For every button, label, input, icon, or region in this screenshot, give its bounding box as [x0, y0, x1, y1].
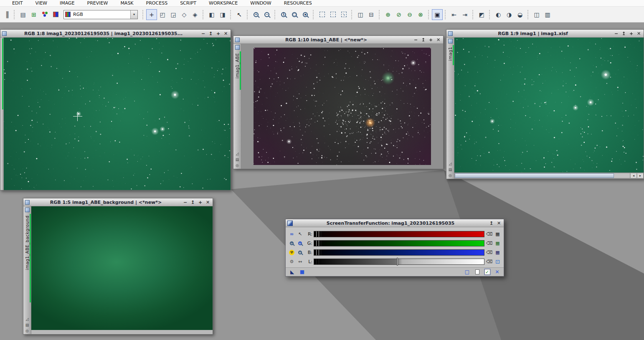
scrollbar-track[interactable] [454, 173, 630, 178]
stf-green-slider[interactable] [314, 240, 484, 246]
dynamic-crop-icon[interactable]: ◨ [217, 9, 228, 20]
menu-item-preview[interactable]: PREVIEW [81, 0, 114, 6]
mask-show-icon[interactable]: ◑ [504, 9, 515, 20]
readout-ring-icon[interactable]: ◎ [25, 329, 29, 333]
new-preview-icon[interactable] [317, 9, 327, 20]
readout-ring-icon[interactable]: ◎ [449, 173, 452, 178]
window-titlebar[interactable]: RGB 1:9 imag1 | imag1.xisf − ↥ + ✕ [446, 30, 644, 38]
dropdown-arrow-icon[interactable]: ▾ [130, 10, 137, 19]
grid-snap-icon[interactable]: ▤ [25, 323, 29, 327]
scroll-left-icon[interactable]: ◂ [630, 173, 637, 178]
zoom-1to1-icon[interactable]: 1 [278, 9, 289, 20]
close-button[interactable]: ✕ [435, 37, 441, 43]
screen-layout-icon[interactable]: ◫ [531, 9, 542, 20]
select-pointer-icon[interactable]: ↖ [234, 9, 245, 20]
image-view[interactable] [31, 206, 213, 334]
split-vertical-icon[interactable]: ⊟ [366, 9, 377, 20]
stf-dialog[interactable]: ScreenTransferFunction: imag1_2023012619… [285, 219, 504, 277]
zoom-in-tool-icon[interactable]: + [288, 240, 295, 247]
pin-button[interactable]: ↥ [488, 220, 494, 226]
menu-item-window[interactable]: WINDOW [244, 0, 277, 6]
zoom-out-tool-icon[interactable]: − [297, 249, 304, 256]
dialog-titlebar[interactable]: ScreenTransferFunction: imag1_2023012619… [286, 219, 504, 227]
window-side-strip[interactable] [0, 38, 4, 190]
starfield-image[interactable] [254, 48, 431, 165]
track-view-icon[interactable]: ■ [299, 269, 306, 276]
stf-auto-icon[interactable]: ⊕ [383, 9, 393, 20]
image-window-imag1-abe[interactable]: RGB 1:10 imag1_ABE | <*new*> − ↥ + ✕ ima… [233, 36, 444, 169]
view-selector-icon[interactable] [2, 31, 7, 36]
zoom-button[interactable]: + [428, 37, 434, 43]
starfield-image[interactable] [454, 38, 644, 173]
stf-link-icon[interactable]: ⊖ [404, 9, 415, 20]
close-button[interactable]: ✕ [223, 30, 229, 37]
readout-ring-icon[interactable]: ◎ [236, 163, 239, 167]
menu-item-workspace[interactable]: WORKSPACE [203, 0, 244, 6]
shade-button[interactable]: ↥ [420, 37, 426, 43]
blue-grid-icon[interactable]: ▦ [494, 249, 501, 256]
zoom-in-limit-icon[interactable]: + [297, 240, 304, 247]
image-view[interactable] [241, 44, 443, 169]
zoom-selection-icon[interactable]: ▪ [300, 9, 311, 20]
stf-lum-slider[interactable] [314, 259, 484, 265]
menu-item-script[interactable]: SCRIPT [174, 0, 203, 6]
clone-stamp-icon[interactable]: ◧ [206, 9, 217, 20]
new-window-icon[interactable]: ⊞ [28, 9, 39, 20]
edit-image-icon[interactable]: ▤ [18, 9, 28, 20]
selection-mode-icon[interactable] [235, 45, 240, 50]
menu-item-view[interactable]: VIEW [29, 0, 53, 6]
iconize-button[interactable]: − [613, 30, 619, 37]
expand-view-icon[interactable]: ◰ [157, 9, 168, 20]
window-side-strip[interactable]: imag1_ABE_background ◿ ▤ ◎ [23, 206, 31, 334]
screen-lut-icon[interactable]: ⊡ [494, 258, 501, 265]
close-button[interactable]: ✕ [205, 199, 211, 206]
range-arrows-icon[interactable]: ↔ [297, 258, 304, 265]
center-view-icon[interactable]: ◈ [190, 9, 200, 20]
clear-red-icon[interactable]: ⌫ [486, 231, 493, 238]
clear-lum-icon[interactable]: ⌫ [486, 258, 493, 265]
delete-preview-icon[interactable]: ↘ [338, 9, 349, 20]
scrollbar-thumb[interactable] [455, 173, 614, 178]
window-titlebar[interactable]: RGB 1:8 imag1_20230126195035 | imag1_202… [0, 30, 231, 38]
toolbar-handle-icon[interactable]: ▐ [1, 9, 12, 20]
shade-button[interactable]: ↥ [208, 30, 214, 37]
image-window-imag1-20230126195035[interactable]: RGB 1:8 imag1_20230126195035 | imag1_202… [0, 29, 231, 190]
mask-invert-icon[interactable]: ◐ [493, 9, 504, 20]
browse-documentation-icon[interactable]: □ [464, 269, 471, 276]
horizontal-scrollbar[interactable]: ◂ ▸ [454, 173, 644, 178]
zoom-button[interactable]: + [197, 199, 203, 206]
close-button[interactable]: ✕ [636, 30, 642, 37]
background-model-image[interactable] [31, 206, 213, 330]
window-titlebar[interactable]: RGB 1:10 imag1_ABE | <*new*> − ↥ + ✕ [233, 36, 443, 44]
shade-button[interactable]: ↥ [190, 199, 196, 206]
fit-zoom-icon[interactable]: ◿ [236, 152, 239, 156]
rgb-channels-icon[interactable] [50, 9, 61, 20]
menu-item-mask[interactable]: MASK [114, 0, 139, 6]
edit-preview-icon[interactable]: · [327, 9, 338, 20]
clear-green-icon[interactable]: ⌫ [486, 240, 493, 247]
zoom-button[interactable]: + [215, 30, 221, 37]
navigation-crosshair-icon[interactable]: + [146, 9, 157, 20]
window-titlebar[interactable]: RGB 1:5 imag1_ABE_background | <*new*> −… [23, 198, 213, 206]
selection-mode-icon[interactable] [448, 39, 453, 43]
edit-pointer-icon[interactable]: ↖ [297, 231, 304, 238]
image-window-imag1-abe-background[interactable]: RGB 1:5 imag1_ABE_background | <*new*> −… [23, 198, 213, 335]
menu-item-process[interactable]: PROCESS [140, 0, 174, 6]
window-side-strip[interactable]: imag1_ABE ◿ ▤ ◎ [233, 44, 241, 169]
stf-red-slider[interactable] [314, 231, 484, 237]
split-horizontal-icon[interactable]: ◫ [355, 9, 366, 20]
menu-item-edit[interactable]: EDIT [6, 0, 29, 6]
scroll-right-icon[interactable]: ▸ [637, 173, 644, 178]
image-view[interactable]: ◂ ▸ [454, 38, 644, 179]
mask-enable-icon[interactable]: ◒ [515, 9, 525, 20]
execute-checkbox[interactable]: ✓ [484, 269, 491, 276]
stf-reset-icon[interactable]: ⊗ [415, 9, 426, 20]
window-side-strip[interactable]: imag1 ◿ ▤ ◎ [446, 38, 454, 179]
wrench-settings-icon[interactable]: ⚙ [288, 258, 295, 265]
histogram-icon[interactable]: ◩ [476, 9, 487, 20]
color-palette-icon[interactable] [39, 9, 50, 20]
zoom-fit-icon[interactable]: □ [289, 9, 300, 20]
menu-item-image[interactable]: IMAGE [53, 0, 81, 6]
image-view[interactable] [4, 38, 231, 190]
zoom-in-icon[interactable]: + [251, 9, 261, 20]
